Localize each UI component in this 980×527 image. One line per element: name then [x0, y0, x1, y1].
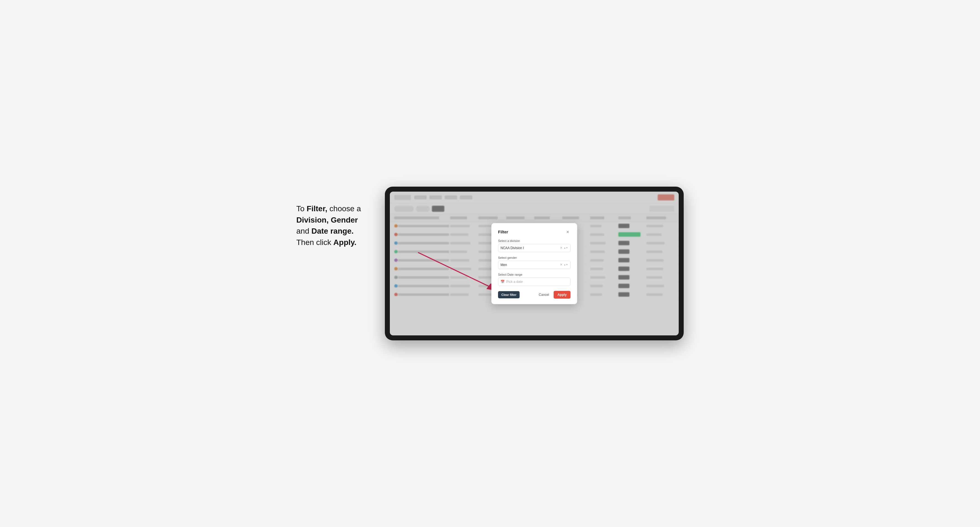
division-form-group: Select a division NCAA Division I ✕ ▲▼	[498, 239, 571, 252]
instruction-line3: and Date range.	[296, 227, 353, 235]
date-label: Select Date range	[498, 273, 571, 276]
modal-overlay: Filter ✕ Select a division NCAA Division…	[390, 192, 679, 335]
date-range-bold: Date range.	[312, 227, 354, 235]
modal-header: Filter ✕	[498, 229, 571, 235]
instruction-line1: To Filter, choose a	[296, 204, 361, 213]
gender-form-group: Select gender Men ✕ ▲▼	[498, 256, 571, 269]
date-input[interactable]: 📅 Pick a date	[498, 278, 571, 286]
division-label: Select a division	[498, 239, 571, 243]
instruction-line4: Then click Apply.	[296, 238, 356, 247]
date-form-group: Select Date range 📅 Pick a date	[498, 273, 571, 286]
gender-value: Men	[501, 263, 560, 267]
apply-button[interactable]: Apply	[554, 291, 571, 298]
division-select[interactable]: NCAA Division I ✕ ▲▼	[498, 244, 571, 252]
date-placeholder: Pick a date	[506, 280, 523, 284]
gender-clear-icon[interactable]: ✕	[560, 263, 563, 267]
modal-title: Filter	[498, 230, 508, 234]
cancel-button[interactable]: Cancel	[536, 291, 551, 298]
division-arrows-icon: ▲▼	[563, 247, 568, 249]
instruction-panel: To Filter, choose a Division, Gender and…	[296, 187, 368, 248]
clear-filter-button[interactable]: Clear filter	[498, 291, 520, 298]
tablet-frame: Filter ✕ Select a division NCAA Division…	[385, 187, 684, 340]
gender-label: Select gender	[498, 256, 571, 259]
tablet-screen: Filter ✕ Select a division NCAA Division…	[390, 192, 679, 335]
gender-select[interactable]: Men ✕ ▲▼	[498, 261, 571, 269]
calendar-icon: 📅	[501, 280, 505, 284]
apply-bold: Apply.	[333, 238, 356, 247]
filter-bold: Filter,	[307, 204, 327, 213]
division-gender-bold: Division, Gender	[296, 216, 358, 224]
modal-footer-right: Cancel Apply	[536, 291, 571, 298]
division-clear-icon[interactable]: ✕	[560, 246, 563, 250]
division-value: NCAA Division I	[501, 246, 560, 250]
filter-modal: Filter ✕ Select a division NCAA Division…	[492, 223, 577, 304]
page-wrapper: To Filter, choose a Division, Gender and…	[296, 187, 684, 340]
modal-close-button[interactable]: ✕	[565, 229, 571, 235]
modal-footer: Clear filter Cancel Apply	[498, 291, 571, 298]
gender-arrows-icon: ▲▼	[563, 264, 568, 266]
